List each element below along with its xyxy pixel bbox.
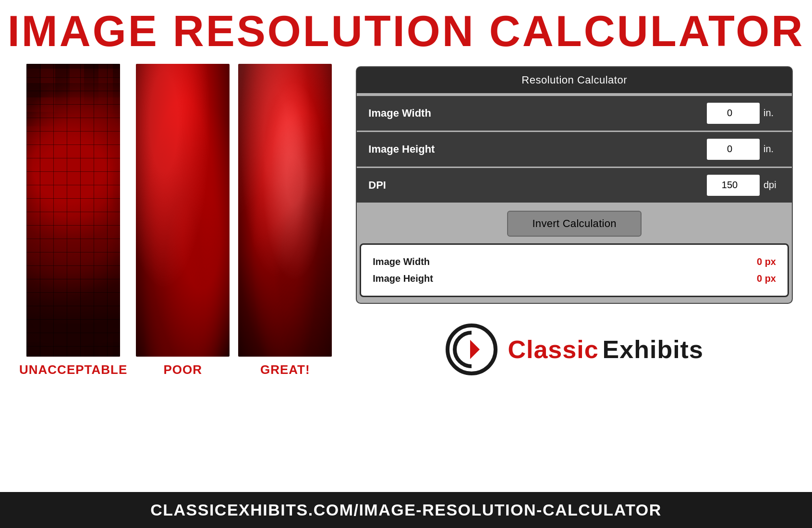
logo-area: ClassicExhibits [356,318,793,381]
image-label-unacceptable: UNACCEPTABLE [19,362,127,377]
width-input-group: in. [707,103,780,124]
height-unit: in. [764,144,780,155]
result-row-height: Image Height 0 px [373,270,776,287]
result-row-width: Image Width 0 px [373,253,776,270]
footer: CLASSICEXHIBITS.COM/IMAGE-RESOLUTION-CAL… [0,492,812,528]
rose-image-poor [136,64,230,357]
image-panel-poor: POOR [136,64,230,377]
logo-text: ClassicExhibits [508,337,703,362]
result-width-label: Image Width [373,256,430,267]
image-label-poor: POOR [164,362,203,377]
image-label-great: GREAT! [260,362,310,377]
width-label: Image Width [368,107,707,120]
invert-calculation-button[interactable]: Invert Calculation [507,211,641,237]
image-panels: UNACCEPTABLE POOR GREAT! [19,64,332,377]
result-width-value: 0 px [757,256,776,267]
dpi-input[interactable] [707,175,760,196]
dpi-label: DPI [368,179,707,192]
height-input[interactable] [707,139,760,160]
logo-exhibits: Exhibits [603,337,703,362]
svg-marker-1 [470,340,480,359]
calc-row-height: Image Height in. [357,132,792,167]
result-height-label: Image Height [373,273,433,284]
image-panel-great: GREAT! [238,64,332,377]
invert-row: Invert Calculation [357,204,792,243]
page-title: IMAGE RESOLUTION CALCULATOR [0,0,812,59]
result-height-value: 0 px [757,273,776,284]
calculator-card: Resolution Calculator Image Width in. Im… [356,66,793,304]
classic-exhibits-logo-icon [445,323,498,376]
width-unit: in. [764,108,780,119]
main-content: UNACCEPTABLE POOR GREAT! Resolution Calc… [0,64,812,381]
dpi-input-group: dpi [707,175,780,196]
calc-row-width: Image Width in. [357,96,792,131]
image-panel-unacceptable: UNACCEPTABLE [19,64,127,377]
result-box: Image Width 0 px Image Height 0 px [360,243,789,297]
height-label: Image Height [368,143,707,156]
rose-image-great [238,64,332,357]
calc-row-dpi: DPI dpi [357,168,792,203]
width-input[interactable] [707,103,760,124]
logo-classic: Classic [508,337,598,362]
right-side: Resolution Calculator Image Width in. Im… [356,64,793,381]
calculator-body: Image Width in. Image Height in. [357,93,792,303]
calculator-header: Resolution Calculator [357,67,792,93]
footer-text: CLASSICEXHIBITS.COM/IMAGE-RESOLUTION-CAL… [150,501,662,519]
rose-image-unacceptable [26,64,120,357]
height-input-group: in. [707,139,780,160]
dpi-unit: dpi [764,180,780,191]
